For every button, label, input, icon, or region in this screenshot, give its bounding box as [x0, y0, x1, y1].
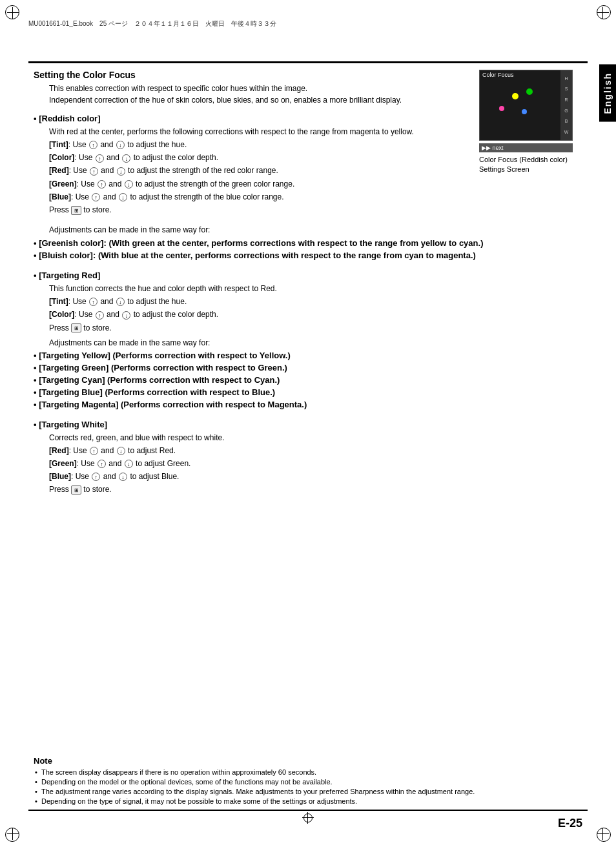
- bottom-crosshair: [302, 812, 314, 824]
- blue-w-line: [Blue]: Use ↑ and ↓ to adjust Blue.: [49, 471, 582, 483]
- arrow-up-9: ↑: [98, 460, 106, 468]
- note-item-4: Depending on the type of signal, it may …: [34, 797, 582, 805]
- targeting-blue: • [Targeting Blue] (Performs correction …: [34, 387, 582, 397]
- bar-label-r: R: [564, 97, 568, 102]
- page-number: E-25: [558, 817, 582, 830]
- crosshair-center-icon: [302, 812, 314, 824]
- color-line: [Color]: Use ↑ and ↓ to adjust the color…: [49, 152, 473, 164]
- arrow-up-2: ↑: [96, 154, 104, 163]
- store-btn-2: ⊞: [71, 323, 81, 332]
- bar-label-b: B: [565, 119, 568, 123]
- green-w-line: [Green]: Use ↑ and ↓ to adjust Green.: [49, 458, 582, 470]
- arrow-down-8: ↓: [117, 447, 125, 455]
- adjustments-same-1: Adjustments can be made in the same way …: [49, 225, 582, 234]
- note-item-3: The adjustment range varies according to…: [34, 788, 582, 795]
- press-store-4: Press ⊞ to store.: [49, 484, 582, 496]
- section-title: Setting the Color Focus: [34, 70, 473, 80]
- arrow-down-9: ↓: [125, 460, 133, 468]
- targeting-white-intro: Corrects red, green, and blue with respe…: [49, 433, 582, 442]
- arrow-down-2: ↓: [122, 154, 130, 163]
- english-tab: English: [599, 65, 616, 122]
- arrow-down-3: ↓: [117, 167, 125, 176]
- bar-label-g: G: [564, 108, 568, 113]
- color-focus-screen: Color Focus H S R G B W: [479, 70, 573, 141]
- note-item-2: Depending on the model or the optional d…: [34, 778, 582, 786]
- header-text: MU001661-01_E.book 25 ページ ２０４年１１月１６日 火曜日…: [28, 19, 276, 28]
- targeting-cyan: • [Targeting Cyan] (Performs correction …: [34, 375, 582, 385]
- targeting-green: • [Targeting Green] (Performs correction…: [34, 363, 582, 372]
- arrow-down-4: ↓: [125, 180, 133, 189]
- targeting-red-title: • [Targeting Red]: [34, 270, 582, 280]
- arrow-down-1: ↓: [116, 141, 125, 149]
- arrow-up-8: ↑: [90, 447, 98, 455]
- bluish-bold: • [Bluish color]: (With blue at the cent…: [34, 250, 582, 260]
- targeting-white-controls: [Red]: Use ↑ and ↓ to adjust Red. [Green…: [49, 445, 582, 496]
- reddish-controls: [Tint]: Use ↑ and ↓ to adjust the hue. […: [49, 139, 473, 216]
- targeting-white-title: • [Targeting White]: [34, 420, 582, 429]
- dot-green: [526, 88, 533, 95]
- arrow-up-7: ↑: [96, 311, 104, 320]
- cf-screen-title: Color Focus: [482, 72, 514, 78]
- bar-label-h: H: [564, 76, 568, 81]
- red-line: [Red]: Use ↑ and ↓ to adjust the strengt…: [49, 165, 473, 177]
- color-focus-image-area: Color Focus H S R G B W ▶▶ next: [479, 70, 582, 220]
- reddish-color-title: • [Reddish color]: [34, 114, 473, 123]
- cf-right-bar: H S R G B W: [560, 70, 572, 140]
- press-store-1: Press ⊞ to store.: [49, 204, 473, 216]
- crosshair-tl: [7, 7, 19, 19]
- crosshair-tr: [597, 7, 609, 19]
- bar-label-w: W: [564, 130, 569, 134]
- arrow-up-3: ↑: [90, 167, 98, 176]
- cf-caption: Color Focus (Reddish color)Settings Scre…: [479, 155, 582, 175]
- top-rule: [28, 61, 588, 63]
- dot-magenta: [499, 106, 504, 111]
- press-store-2: Press ⊞ to store.: [49, 322, 582, 334]
- crosshair-circle: [303, 813, 313, 822]
- main-content: Setting the Color Focus This enables cor…: [34, 70, 582, 808]
- arrow-up-1: ↑: [89, 141, 98, 149]
- bar-label-s: S: [565, 87, 568, 91]
- cf-next-label: ▶▶ next: [482, 145, 504, 151]
- greenish-bold: • [Greenish color]: (With green at the c…: [34, 238, 582, 248]
- arrow-down-7: ↓: [122, 311, 130, 320]
- page-header: MU001661-01_E.book 25 ページ ２０４年１１月１６日 火曜日…: [28, 18, 588, 30]
- targeting-magenta: • [Targeting Magenta] (Performs correcti…: [34, 400, 582, 409]
- targeting-red-controls: [Tint]: Use ↑ and ↓ to adjust the hue. […: [49, 296, 582, 334]
- top-section: Setting the Color Focus This enables cor…: [34, 70, 582, 220]
- arrow-up-6: ↑: [89, 298, 98, 306]
- adjustments-same-2: Adjustments can be made in the same way …: [49, 338, 582, 347]
- bottom-rule: [28, 810, 588, 811]
- blue-line: [Blue]: Use ↑ and ↓ to adjust the streng…: [49, 191, 473, 203]
- dot-yellow: [512, 93, 518, 99]
- top-left-content: Setting the Color Focus This enables cor…: [34, 70, 473, 220]
- arrow-down-6: ↓: [116, 298, 125, 306]
- arrow-down-5: ↓: [119, 193, 127, 201]
- reddish-intro: With red at the center, performs the fol…: [49, 127, 473, 136]
- intro-text-2: Independent correction of the hue of ski…: [49, 96, 473, 105]
- color2-line: [Color]: Use ↑ and ↓ to adjust the color…: [49, 309, 582, 321]
- arrow-up-10: ↑: [92, 473, 100, 481]
- cf-next-bar: ▶▶ next: [479, 143, 573, 152]
- tint2-line: [Tint]: Use ↑ and ↓ to adjust the hue.: [49, 296, 582, 308]
- store-btn-1: ⊞: [71, 206, 81, 215]
- dot-blue: [522, 109, 527, 114]
- note-item-1: The screen display disappears if there i…: [34, 768, 582, 776]
- green-line: [Green]: Use ↑ and ↓ to adjust the stren…: [49, 178, 473, 190]
- crosshair-bl: [7, 828, 19, 840]
- tint-line: [Tint]: Use ↑ and ↓ to adjust the hue.: [49, 139, 473, 151]
- crosshair-br: [597, 828, 609, 840]
- intro-text-1: This enables correction with respect to …: [49, 84, 473, 93]
- arrow-up-4: ↑: [98, 180, 106, 189]
- store-btn-4: ⊞: [71, 485, 81, 495]
- note-section: Note The screen display disappears if th…: [34, 756, 582, 807]
- arrow-up-5: ↑: [92, 193, 100, 201]
- targeting-red-intro: This function corrects the hue and color…: [49, 284, 582, 293]
- red-w-line: [Red]: Use ↑ and ↓ to adjust Red.: [49, 445, 582, 457]
- targeting-yellow: • [Targeting Yellow] (Performs correctio…: [34, 351, 582, 360]
- note-title: Note: [34, 756, 582, 766]
- arrow-down-10: ↓: [119, 473, 127, 481]
